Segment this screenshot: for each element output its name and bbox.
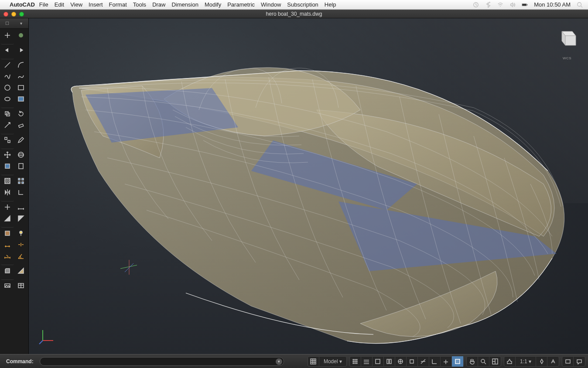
messages-icon[interactable] xyxy=(574,356,585,367)
move-icon[interactable] xyxy=(1,149,14,160)
group-icon[interactable] xyxy=(1,134,14,146)
svg-rect-48 xyxy=(390,359,391,364)
face-icon[interactable] xyxy=(14,213,27,224)
app-name[interactable]: AutoCAD xyxy=(10,1,35,8)
menu-window[interactable]: Window xyxy=(261,1,281,8)
svg-rect-6 xyxy=(18,85,24,90)
menu-tools[interactable]: Tools xyxy=(133,1,146,8)
svg-point-14 xyxy=(18,152,24,157)
viewports-icon[interactable] xyxy=(489,356,501,367)
viewcube[interactable]: WCS xyxy=(556,26,578,49)
dyn-toggle-icon[interactable] xyxy=(441,356,452,367)
palette-dropdown-icon[interactable]: ▾ xyxy=(17,20,26,27)
annotation-visibility-icon[interactable] xyxy=(536,356,547,367)
line-icon[interactable] xyxy=(1,59,14,71)
model-wireframe xyxy=(55,44,570,341)
hatch-icon[interactable] xyxy=(1,175,14,187)
copy-icon[interactable] xyxy=(1,108,14,119)
osnap-toggle-icon[interactable] xyxy=(395,356,407,367)
command-label: Command: xyxy=(0,358,40,365)
menu-view[interactable]: View xyxy=(70,1,82,8)
menu-subscription[interactable]: Subscription xyxy=(287,1,318,8)
annotation-scale-button[interactable]: 1:1 ▾ xyxy=(516,356,536,367)
otrack-toggle-icon[interactable] xyxy=(418,356,429,367)
viewcube-wcs-label[interactable]: WCS xyxy=(556,56,578,60)
menu-modify[interactable]: Modify xyxy=(205,1,221,8)
spotlight-icon[interactable] xyxy=(577,2,583,8)
undo-icon[interactable] xyxy=(1,44,14,56)
volume-icon[interactable] xyxy=(509,2,516,8)
dimbreak-icon[interactable] xyxy=(14,239,27,250)
palette-panel-selector-icon[interactable]: ☐ xyxy=(3,20,11,27)
scale-icon[interactable] xyxy=(1,119,14,131)
command-history-dropdown-icon[interactable]: ▾ xyxy=(276,358,282,365)
ortho-toggle-icon[interactable] xyxy=(373,356,384,367)
gradient-icon[interactable] xyxy=(14,93,27,105)
fillet-icon[interactable] xyxy=(1,265,14,276)
bluetooth-icon[interactable] xyxy=(485,2,491,8)
section-icon[interactable] xyxy=(1,213,14,224)
render-icon[interactable] xyxy=(1,280,14,291)
menu-insert[interactable]: Insert xyxy=(89,1,103,8)
open-icon[interactable] xyxy=(14,30,27,41)
dimangle-icon[interactable] xyxy=(14,250,27,262)
menu-file[interactable]: File xyxy=(39,1,48,8)
document-title: hero boat_30_mats.dwg xyxy=(0,11,588,17)
menu-draw[interactable]: Draw xyxy=(152,1,165,8)
svg-point-44 xyxy=(355,363,356,364)
shade-icon[interactable] xyxy=(14,265,27,276)
rotate3d-icon[interactable] xyxy=(14,149,27,160)
measure-icon[interactable] xyxy=(14,201,27,213)
model-space-button[interactable]: Model ▾ xyxy=(319,356,346,367)
polyline-icon[interactable] xyxy=(1,71,14,82)
menu-edit[interactable]: Edit xyxy=(55,1,64,8)
menu-format[interactable]: Format xyxy=(109,1,127,8)
model-viewport[interactable]: WCS xyxy=(29,18,588,354)
dimlinear-icon[interactable] xyxy=(1,239,14,250)
gridvis-toggle-icon[interactable] xyxy=(308,356,319,367)
mirror-icon[interactable] xyxy=(1,187,14,198)
pencil-icon[interactable] xyxy=(14,134,27,146)
apply-icon[interactable] xyxy=(1,160,14,172)
spline-icon[interactable] xyxy=(14,71,27,82)
box-icon[interactable] xyxy=(1,228,14,239)
pan-icon[interactable] xyxy=(467,356,478,367)
zoom-icon[interactable] xyxy=(478,356,489,367)
polar-toggle-icon[interactable] xyxy=(384,356,395,367)
menu-parametric[interactable]: Parametric xyxy=(227,1,255,8)
dimedit-icon[interactable] xyxy=(1,250,14,262)
table-icon[interactable] xyxy=(14,280,27,291)
svg-rect-21 xyxy=(18,182,20,184)
svg-line-32 xyxy=(39,341,43,344)
wifi-icon[interactable] xyxy=(497,2,503,8)
svg-point-4 xyxy=(19,33,23,37)
circle-icon[interactable] xyxy=(1,82,14,93)
menu-dimension[interactable]: Dimension xyxy=(171,1,198,8)
dashboard-icon[interactable] xyxy=(562,356,574,367)
new-icon[interactable] xyxy=(1,30,14,41)
annotation-auto-icon[interactable] xyxy=(547,356,559,367)
ortho-icon[interactable] xyxy=(14,187,27,198)
menu-help[interactable]: Help xyxy=(325,1,336,8)
arc-icon[interactable] xyxy=(14,59,27,71)
clock[interactable]: Mon 10:50 AM xyxy=(534,1,571,8)
annotation-icon[interactable] xyxy=(504,356,516,367)
battery-icon[interactable] xyxy=(522,2,528,8)
redo-icon[interactable] xyxy=(14,44,27,56)
command-input[interactable]: ▾ xyxy=(40,357,284,366)
axis-icon[interactable] xyxy=(1,201,14,213)
timemachine-icon[interactable] xyxy=(473,2,479,8)
svg-rect-2 xyxy=(527,4,527,5)
grid-toggle-icon[interactable] xyxy=(361,356,373,367)
ellipse-icon[interactable] xyxy=(1,93,14,105)
light-icon[interactable] xyxy=(14,228,27,239)
lwt-toggle-icon[interactable] xyxy=(452,356,463,367)
ducs-toggle-icon[interactable] xyxy=(429,356,441,367)
3dosnap-toggle-icon[interactable] xyxy=(407,356,418,367)
rotate-icon[interactable] xyxy=(14,108,27,119)
rectangle-icon[interactable] xyxy=(14,82,27,93)
sheet-icon[interactable] xyxy=(14,160,27,172)
array-icon[interactable] xyxy=(14,175,27,187)
snap-toggle-icon[interactable] xyxy=(350,356,361,367)
eraser-icon[interactable] xyxy=(14,119,27,131)
